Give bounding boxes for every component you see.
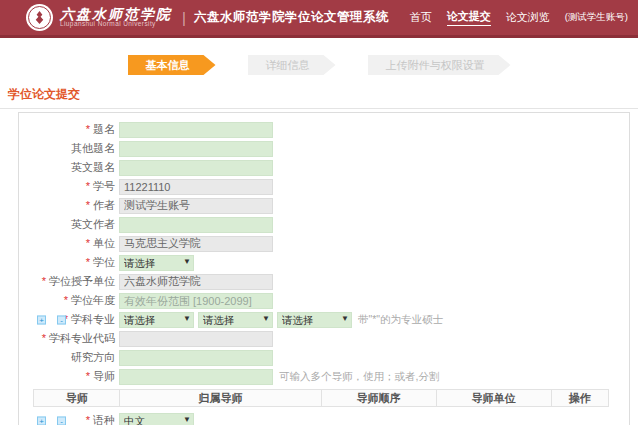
- degree-grant-unit-input: [119, 274, 273, 290]
- supervisor-label: 导师: [93, 370, 115, 382]
- required-marker: *: [86, 180, 90, 192]
- research-direction-input[interactable]: [119, 350, 273, 366]
- section-title-bar: 学位论文提交: [0, 86, 638, 109]
- supervisor-input[interactable]: [119, 369, 273, 385]
- col-supervisor: 导师: [34, 390, 120, 407]
- required-marker: *: [86, 237, 90, 249]
- form-row-unit: *单位: [19, 234, 629, 253]
- supervisor-table: 导师 归属导师 导师顺序 导师单位 操作: [33, 389, 609, 407]
- university-logo-icon: [26, 4, 53, 31]
- stepper: 基本信息 详细信息 上传附件与权限设置: [0, 55, 638, 75]
- required-marker: *: [86, 256, 90, 268]
- title-label: 题名: [93, 123, 115, 135]
- form-row-discipline: + - *学科专业 请选择▼ 请选择▼ 请选择▼ 带"*"的为专业硕士: [19, 310, 629, 329]
- required-marker: *: [86, 199, 90, 211]
- degree-grant-unit-label: 学位授予单位: [49, 275, 115, 287]
- form-row-language: + - *语种 中文▼: [19, 411, 629, 425]
- discipline-code-input: [119, 331, 273, 347]
- supervisor-hint: 可输入多个导师，使用；或者,分割: [279, 370, 439, 384]
- col-supervisor-order: 导师顺序: [321, 390, 436, 407]
- page: 六盘水师范学院 Liupanshui Normal University | 六…: [0, 0, 638, 425]
- required-marker: *: [86, 370, 90, 382]
- step-detail-info[interactable]: 详细信息: [248, 55, 336, 75]
- university-name-cn: 六盘水师范学院: [60, 7, 172, 22]
- form-row-title: *题名: [19, 120, 629, 139]
- university-name-en: Liupanshui Normal University: [60, 21, 172, 28]
- english-title-label: 英文题名: [19, 160, 115, 175]
- discipline-code-label: 学科专业代码: [49, 332, 115, 344]
- col-belonging-supervisor: 归属导师: [120, 390, 321, 407]
- remove-row-icon[interactable]: -: [57, 416, 66, 425]
- form-row-student-id: *学号: [19, 177, 629, 196]
- page-title: 学位论文提交: [8, 87, 80, 101]
- other-title-label: 其他题名: [19, 141, 115, 156]
- form-row-discipline-code: *学科专业代码: [19, 329, 629, 348]
- header: 六盘水师范学院 Liupanshui Normal University | 六…: [0, 0, 638, 38]
- degree-year-label: 学位年度: [71, 294, 115, 306]
- add-row-icon[interactable]: +: [37, 416, 46, 425]
- required-marker: *: [86, 414, 90, 425]
- discipline-select-3[interactable]: 请选择: [277, 312, 352, 328]
- student-id-input: [119, 179, 273, 195]
- form-row-english-author: 英文作者: [19, 215, 629, 234]
- english-author-label: 英文作者: [19, 217, 115, 232]
- add-row-icon[interactable]: +: [37, 315, 46, 324]
- form-row-supervisor: *导师 可输入多个导师，使用；或者,分割: [19, 367, 629, 386]
- form-row-degree: *学位 请选择▼: [19, 253, 629, 272]
- university-name: 六盘水师范学院 Liupanshui Normal University: [60, 7, 172, 29]
- form-row-degree-year: *学位年度: [19, 291, 629, 310]
- discipline-select-1[interactable]: 请选择: [119, 312, 194, 328]
- remove-row-icon[interactable]: -: [57, 315, 66, 324]
- form-row-english-title: 英文题名: [19, 158, 629, 177]
- account-label: (测试学生账号): [565, 11, 628, 24]
- col-supervisor-unit: 导师单位: [436, 390, 551, 407]
- thesis-form: *题名 其他题名 英文题名 *学号 *作者 英文作者 *单位 *: [18, 112, 630, 425]
- author-label: 作者: [93, 199, 115, 211]
- nav-thesis-browse[interactable]: 论文浏览: [506, 10, 550, 26]
- research-direction-label: 研究方向: [19, 350, 115, 365]
- language-select[interactable]: 中文: [119, 413, 194, 425]
- nav-thesis-submit[interactable]: 论文提交: [447, 9, 491, 26]
- english-title-input[interactable]: [119, 160, 273, 176]
- required-marker: *: [64, 294, 68, 306]
- degree-label: 学位: [93, 256, 115, 268]
- form-row-research-direction: 研究方向: [19, 348, 629, 367]
- form-row-author: *作者: [19, 196, 629, 215]
- english-author-input[interactable]: [119, 217, 273, 233]
- system-title: 六盘水师范学院学位论文管理系统: [194, 9, 389, 26]
- author-input: [119, 198, 273, 214]
- required-marker: *: [42, 332, 46, 344]
- discipline-label: 学科专业: [71, 313, 115, 325]
- degree-year-input[interactable]: [119, 293, 273, 309]
- header-divider: |: [182, 9, 186, 26]
- other-title-input[interactable]: [119, 141, 273, 157]
- unit-input: [119, 236, 273, 252]
- form-row-other-title: 其他题名: [19, 139, 629, 158]
- required-marker: *: [86, 123, 90, 135]
- language-label: 语种: [93, 414, 115, 425]
- col-operation: 操作: [551, 390, 609, 407]
- supervisor-table-header-row: 导师 归属导师 导师顺序 导师单位 操作: [34, 390, 609, 407]
- degree-select[interactable]: 请选择: [119, 255, 194, 271]
- required-marker: *: [42, 275, 46, 287]
- nav-home[interactable]: 首页: [410, 10, 432, 26]
- step-upload-permission[interactable]: 上传附件与权限设置: [368, 55, 511, 75]
- title-input[interactable]: [119, 122, 273, 138]
- student-id-label: 学号: [93, 180, 115, 192]
- unit-label: 单位: [93, 237, 115, 249]
- step-basic-info[interactable]: 基本信息: [128, 55, 216, 75]
- header-nav: 首页 论文提交 论文浏览 (测试学生账号): [410, 9, 628, 26]
- discipline-note: 带"*"的为专业硕士: [358, 313, 443, 327]
- form-row-degree-grant-unit: *学位授予单位: [19, 272, 629, 291]
- discipline-select-2[interactable]: 请选择: [198, 312, 273, 328]
